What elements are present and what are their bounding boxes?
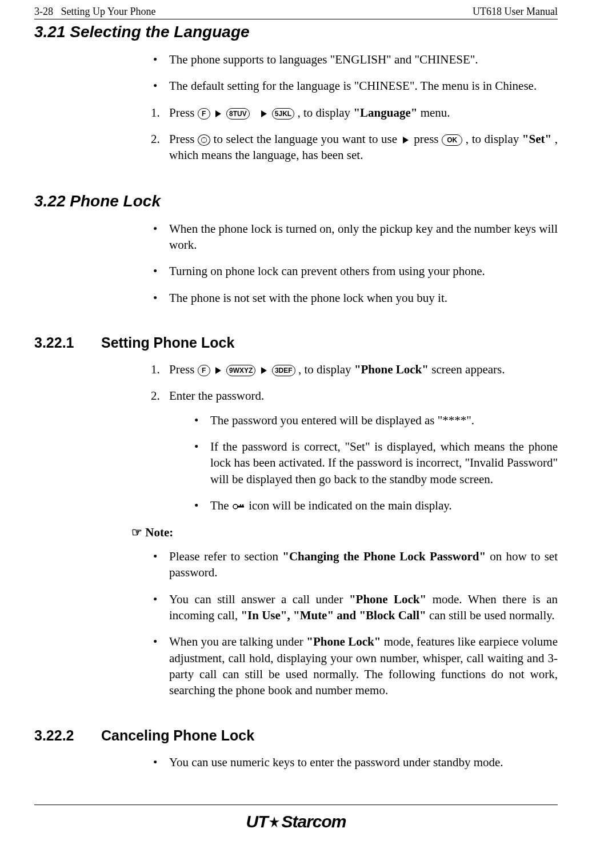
text-fragment: press: [414, 132, 442, 146]
bullet-item: Turning on phone lock can prevent others…: [149, 263, 558, 279]
page-number: 3-28: [34, 6, 53, 17]
svg-rect-6: [240, 504, 241, 506]
text-fragment: Please refer to section: [169, 550, 282, 563]
text-fragment: , to display: [466, 132, 522, 146]
section-3-21-title: 3.21 Selecting the Language: [34, 23, 558, 41]
section-3-22-1-title: 3.22.1 Setting Phone Lock: [34, 335, 558, 351]
bold-text: "Phone Lock": [349, 592, 426, 606]
logo-ut: UT: [246, 812, 267, 831]
text-fragment: Enter the password.: [169, 389, 264, 403]
page-header: 3-28 Setting Up Your Phone UT618 User Ma…: [34, 6, 558, 18]
footer-divider: [34, 805, 558, 805]
bullet-item: You can use numeric keys to enter the pa…: [149, 754, 558, 770]
arrow-icon: [403, 137, 409, 144]
key-8-icon: 8TUV: [226, 108, 250, 120]
bold-text: "Phone Lock": [306, 635, 381, 648]
text-fragment: When you are talking under: [169, 635, 306, 648]
text-fragment: , to display: [298, 363, 354, 376]
bullet-item: The phone is not set with the phone lock…: [149, 290, 558, 306]
arrow-icon: [215, 367, 221, 374]
subsection-number: 3.22.2: [34, 727, 97, 744]
subsection-heading: Setting Phone Lock: [101, 335, 234, 351]
bullet-item: When the phone lock is turned on, only t…: [149, 221, 558, 253]
header-left: 3-28 Setting Up Your Phone: [34, 6, 156, 18]
arrow-icon: [261, 367, 267, 374]
svg-marker-7: [269, 817, 279, 827]
header-section: Setting Up Your Phone: [61, 6, 156, 17]
step-item: Press F 8TUV 5JKL , to display "Language…: [149, 105, 558, 121]
text-fragment: You can still answer a call under: [169, 592, 349, 606]
step-item: Press F 9WXYZ 3DEF , to display "Phone L…: [149, 361, 558, 377]
text-fragment: to select the language you want to use: [214, 132, 401, 146]
arrow-icon: [215, 110, 221, 117]
subsection-number: 3.22.1: [34, 335, 97, 351]
section-3-21-body: The phone supports to languages "ENGLISH…: [149, 51, 558, 164]
bullet-item: The password you entered will be display…: [190, 412, 558, 428]
header-right: UT618 User Manual: [473, 6, 558, 18]
nav-key-icon: [198, 134, 210, 146]
bullet-item: If the password is correct, "Set" is dis…: [190, 439, 558, 487]
section-3-22-2-title: 3.22.2 Canceling Phone Lock: [34, 727, 558, 744]
bold-text: "Changing the Phone Lock Password": [282, 550, 486, 563]
subsection-heading: Canceling Phone Lock: [101, 727, 254, 743]
bold-text: "In Use", "Mute" and "Block Call": [241, 608, 426, 622]
note-item: When you are talking under "Phone Lock" …: [149, 634, 558, 698]
step-item: Press to select the language you want to…: [149, 131, 558, 164]
section-3-22-2-body: You can use numeric keys to enter the pa…: [149, 754, 558, 770]
logo-rest: Starcom: [281, 812, 346, 831]
svg-point-3: [233, 504, 238, 509]
note-item: You can still answer a call under "Phone…: [149, 591, 558, 624]
key-ok-icon: OK: [442, 134, 462, 146]
bold-text: "Language": [353, 106, 417, 120]
note-label: ☞ Note:: [131, 524, 558, 540]
text-fragment: , to display: [297, 106, 353, 120]
text-fragment: Press: [169, 363, 198, 376]
step-item: Enter the password. The password you ent…: [149, 388, 558, 513]
footer-logo: UTStarcom: [34, 812, 558, 831]
section-3-22-title: 3.22 Phone Lock: [34, 192, 558, 210]
bullet-item: The phone supports to languages "ENGLISH…: [149, 51, 558, 67]
arrow-icon: [261, 110, 267, 117]
page: 3-28 Setting Up Your Phone UT618 User Ma…: [0, 0, 592, 868]
key-5-icon: 5JKL: [272, 108, 294, 120]
text-fragment: can still be used normally.: [429, 608, 555, 622]
bold-text: "Set": [522, 132, 551, 146]
key-3-icon: 3DEF: [272, 365, 295, 376]
text-fragment: screen appears.: [431, 363, 505, 376]
text-fragment: The: [210, 499, 232, 512]
section-3-22-body: When the phone lock is turned on, only t…: [149, 221, 558, 306]
text-fragment: Press: [169, 132, 198, 146]
text-fragment: icon will be indicated on the main displ…: [249, 499, 452, 512]
key-f-icon: F: [198, 365, 210, 376]
note-item: Please refer to section "Changing the Ph…: [149, 548, 558, 581]
lock-icon: [232, 502, 246, 511]
bold-text: "Phone Lock": [354, 363, 429, 376]
key-f-icon: F: [198, 108, 210, 120]
header-divider: [34, 19, 558, 19]
section-3-22-1-body: Press F 9WXYZ 3DEF , to display "Phone L…: [149, 361, 558, 699]
logo-star-icon: [269, 812, 280, 831]
bullet-item: The default setting for the language is …: [149, 78, 558, 94]
text-fragment: menu.: [421, 106, 450, 120]
bullet-item: The icon will be indicated on the main d…: [190, 497, 558, 513]
text-fragment: Press: [169, 106, 198, 120]
key-9-icon: 9WXYZ: [226, 365, 255, 376]
svg-rect-5: [242, 504, 243, 506]
